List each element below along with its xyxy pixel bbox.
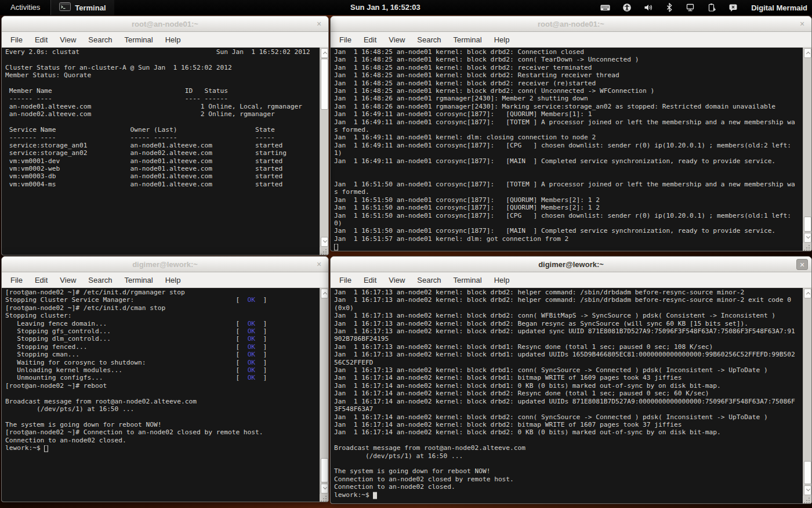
menu-search[interactable]: Search bbox=[412, 273, 446, 287]
terminal-window-bottom-right: digimer@lework:~ × File Edit View Search… bbox=[330, 256, 812, 504]
menu-search[interactable]: Search bbox=[412, 33, 446, 46]
scrollbar[interactable] bbox=[320, 48, 328, 255]
menu-file[interactable]: File bbox=[334, 33, 357, 46]
menu-help[interactable]: Help bbox=[160, 33, 186, 46]
menu-terminal[interactable]: Terminal bbox=[448, 33, 487, 46]
menu-edit[interactable]: Edit bbox=[358, 273, 382, 287]
terminal-line: Jan 1 16:17:13 an-node02 kernel: block d… bbox=[334, 320, 796, 327]
menu-edit[interactable]: Edit bbox=[358, 33, 382, 46]
terminal-line bbox=[334, 172, 796, 180]
terminal-line: Jan 1 16:49:11 an-node01 corosync[1877]:… bbox=[334, 118, 796, 134]
terminal-output[interactable]: Every 2.0s: clustat Sun Jan 1 16:52:02 2… bbox=[2, 48, 328, 188]
close-icon[interactable]: × bbox=[313, 259, 325, 270]
scroll-up-icon[interactable] bbox=[321, 289, 328, 298]
bluetooth-icon[interactable] bbox=[665, 3, 673, 12]
terminal-output[interactable]: Jan 1 16:48:25 an-node01 kernel: block d… bbox=[331, 48, 811, 251]
window-titlebar[interactable]: digimer@lework:~ × bbox=[2, 257, 328, 272]
menu-view[interactable]: View bbox=[383, 33, 410, 46]
terminal-line: Jan 1 16:48:25 an-node01 kernel: block d… bbox=[334, 48, 796, 56]
resize-grip[interactable] bbox=[320, 494, 328, 502]
scrollbar[interactable] bbox=[803, 48, 811, 251]
menu-file[interactable]: File bbox=[5, 33, 28, 46]
activities-button[interactable]: Activities bbox=[0, 0, 50, 15]
close-icon[interactable]: × bbox=[796, 19, 808, 30]
terminal-line: Stopping Cluster Service Manager: [ OK ] bbox=[5, 296, 313, 304]
menu-view[interactable]: View bbox=[55, 33, 81, 46]
resize-grip[interactable] bbox=[803, 243, 811, 251]
terminal-line: [root@an-node02 ~]# reboot bbox=[5, 382, 313, 390]
keyboard-icon[interactable] bbox=[600, 3, 610, 12]
ok-status: OK bbox=[248, 327, 255, 335]
terminal-line: Cluster Status for an-cluster-A @ Sun Ja… bbox=[5, 64, 313, 71]
menu-terminal[interactable]: Terminal bbox=[119, 33, 158, 46]
terminal-line: Jan 1 16:49:11 an-node01 kernel: dlm: cl… bbox=[334, 134, 796, 141]
terminal-line: Jan 1 16:51:50 an-node01 corosync[1877]:… bbox=[334, 181, 796, 196]
window-titlebar[interactable]: root@an-node01:~ × bbox=[2, 16, 328, 32]
menu-view[interactable]: View bbox=[383, 273, 410, 287]
menu-view[interactable]: View bbox=[55, 273, 81, 287]
scroll-down-icon[interactable] bbox=[804, 485, 811, 495]
terminal-cursor bbox=[373, 492, 377, 499]
menu-help[interactable]: Help bbox=[489, 33, 515, 46]
menu-help[interactable]: Help bbox=[160, 273, 186, 287]
clipboard-icon[interactable] bbox=[707, 3, 716, 12]
scroll-down-icon[interactable] bbox=[321, 484, 328, 493]
terminal-window-top-right: root@an-node01:~ × File Edit View Search… bbox=[330, 16, 812, 251]
menu-terminal[interactable]: Terminal bbox=[119, 273, 158, 287]
menu-file[interactable]: File bbox=[5, 273, 28, 287]
terminal-line: lework:~$ bbox=[334, 491, 796, 499]
scroll-up-icon[interactable] bbox=[804, 289, 811, 298]
ok-status: OK bbox=[248, 296, 255, 304]
screen-share-icon[interactable] bbox=[686, 3, 695, 12]
accessibility-icon[interactable] bbox=[622, 3, 632, 12]
terminal-line: Jan 1 16:17:14 an-node02 kernel: block d… bbox=[334, 428, 796, 436]
scroll-down-icon[interactable] bbox=[804, 233, 811, 243]
terminal-app-icon bbox=[59, 2, 71, 13]
user-menu[interactable]: Digital Mermaid bbox=[750, 3, 807, 12]
scroll-down-icon[interactable] bbox=[321, 237, 328, 247]
clock[interactable]: Sun Jan 1, 16:52:03 bbox=[350, 0, 420, 15]
terminal-line bbox=[5, 80, 313, 87]
resize-grip[interactable] bbox=[803, 496, 811, 503]
window-titlebar[interactable]: digimer@lework:~ × bbox=[331, 257, 811, 272]
terminal-line: vm:vm0002-web an-node01.alteeve.com star… bbox=[5, 165, 313, 172]
close-icon[interactable]: × bbox=[313, 19, 325, 30]
chat-icon[interactable] bbox=[728, 3, 738, 12]
menu-help[interactable]: Help bbox=[489, 273, 515, 287]
volume-icon[interactable] bbox=[644, 3, 653, 12]
scroll-up-icon[interactable] bbox=[321, 48, 328, 58]
terminal-line: Jan 1 16:48:26 an-node01 rgmanager[2430]… bbox=[334, 103, 796, 110]
terminal-window-bottom-left: digimer@lework:~ × File Edit View Search… bbox=[1, 256, 329, 502]
terminal-line: ------- ---- ----- ------ ----- bbox=[5, 134, 313, 141]
ok-status: OK bbox=[248, 359, 255, 366]
terminal-line: Jan 1 16:51:57 an-node01 kernel: dlm: go… bbox=[334, 235, 796, 243]
resize-grip[interactable] bbox=[320, 247, 328, 255]
menu-edit[interactable]: Edit bbox=[30, 273, 53, 287]
scrollbar-thumb[interactable] bbox=[804, 217, 811, 232]
scrollbar-thumb[interactable] bbox=[321, 458, 328, 482]
scrollbar-thumb[interactable] bbox=[321, 59, 328, 110]
menu-file[interactable]: File bbox=[334, 273, 357, 287]
scrollbar[interactable] bbox=[803, 288, 811, 503]
terminal-line: Jan 1 16:48:25 an-node01 kernel: block d… bbox=[334, 64, 796, 71]
scroll-up-icon[interactable] bbox=[804, 48, 811, 58]
terminal-content: Every 2.0s: clustat Sun Jan 1 16:52:02 2… bbox=[2, 48, 328, 255]
close-icon[interactable]: × bbox=[796, 259, 808, 270]
terminal-line: Broadcast message from root@an-node02.al… bbox=[334, 444, 796, 452]
ok-status: OK bbox=[248, 366, 255, 374]
terminal-line: Jan 1 16:17:13 an-node02 kernel: block d… bbox=[334, 312, 796, 319]
app-menu[interactable]: Terminal bbox=[50, 0, 114, 15]
terminal-line: service:storage_an01 an-node01.alteeve.c… bbox=[5, 142, 313, 149]
menu-edit[interactable]: Edit bbox=[30, 33, 53, 46]
scrollbar[interactable] bbox=[320, 288, 328, 502]
menu-search[interactable]: Search bbox=[83, 273, 117, 287]
terminal-line: Jan 1 16:17:13 an-node02 kernel: block d… bbox=[334, 327, 796, 343]
scrollbar-thumb[interactable] bbox=[804, 461, 811, 484]
terminal-output[interactable]: [root@an-node02 ~]# /etc/init.d/rgmanage… bbox=[2, 288, 328, 452]
terminal-line: Member Status: Quorate bbox=[5, 71, 313, 79]
menu-search[interactable]: Search bbox=[83, 33, 117, 46]
terminal-line: vm:vm0003-db an-node01.alteeve.com start… bbox=[5, 172, 313, 180]
window-titlebar[interactable]: root@an-node01:~ × bbox=[331, 16, 811, 32]
menu-terminal[interactable]: Terminal bbox=[448, 273, 487, 287]
terminal-output[interactable]: Jan 1 16:17:13 an-node02 kernel: block d… bbox=[331, 288, 811, 499]
